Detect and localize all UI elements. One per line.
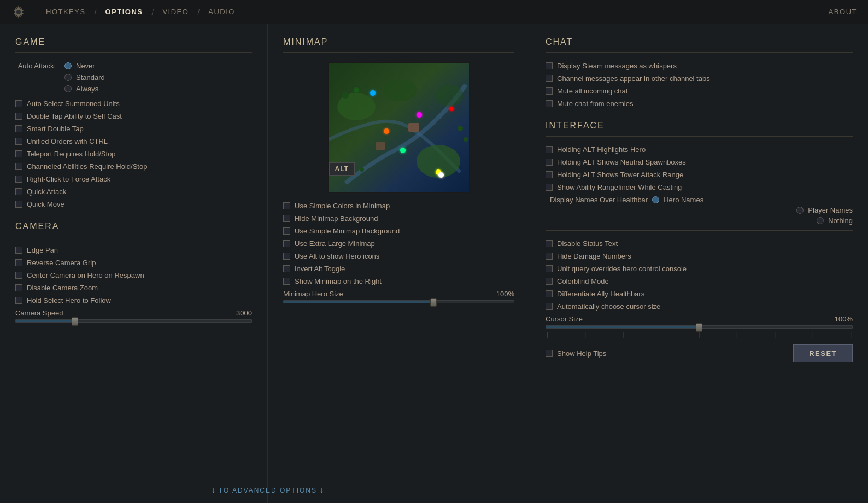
cb-show-help-box[interactable] bbox=[546, 350, 553, 357]
camera-speed-track[interactable] bbox=[15, 319, 252, 323]
cb-invert-alt-box[interactable] bbox=[283, 265, 290, 272]
radio-always[interactable] bbox=[64, 85, 72, 92]
cb-auto-select-box[interactable] bbox=[15, 100, 22, 107]
cb-simple-colors-box[interactable] bbox=[283, 202, 290, 209]
nav-options[interactable]: OPTIONS bbox=[97, 0, 152, 24]
cb-invert-alt[interactable]: Invert Alt Toggle bbox=[283, 265, 514, 273]
rb-player-names-label[interactable]: Player Names bbox=[808, 206, 853, 214]
radio-never[interactable] bbox=[64, 62, 72, 69]
cb-auto-cursor-box[interactable] bbox=[546, 303, 553, 310]
cb-edge-pan-box[interactable] bbox=[15, 247, 22, 254]
cb-channeled[interactable]: Channeled Abilities Require Hold/Stop bbox=[15, 162, 252, 171]
cb-teleport-box[interactable] bbox=[15, 150, 22, 157]
cb-auto-select-label: Auto Select Summoned Units bbox=[27, 100, 120, 108]
cb-alt-hero[interactable]: Holding ALT Highlights Hero bbox=[546, 145, 853, 154]
cb-hide-damage-box[interactable] bbox=[546, 253, 553, 260]
cb-steam-whisper[interactable]: Display Steam messages as whispers bbox=[546, 62, 853, 70]
cb-quick-move-box[interactable] bbox=[15, 201, 22, 208]
cb-diff-ally-box[interactable] bbox=[546, 290, 553, 297]
cb-disable-zoom-box[interactable] bbox=[15, 284, 22, 291]
hero-size-thumb[interactable] bbox=[430, 298, 437, 307]
cb-smart-double[interactable]: Smart Double Tap bbox=[15, 125, 252, 133]
cb-colorblind-box[interactable] bbox=[546, 278, 553, 285]
cb-disable-status-box[interactable] bbox=[546, 240, 553, 247]
cb-quick-attack-box[interactable] bbox=[15, 188, 22, 195]
nav-about[interactable]: ABOUT bbox=[829, 8, 857, 16]
cb-simple-colors[interactable]: Use Simple Colors in Minimap bbox=[283, 202, 514, 210]
cb-rangefinder[interactable]: Show Ability Rangefinder While Casting bbox=[546, 183, 853, 191]
radio-always-label[interactable]: Always bbox=[76, 85, 98, 93]
cb-double-tap-box[interactable] bbox=[15, 113, 22, 120]
cb-unified-box[interactable] bbox=[15, 138, 22, 145]
cb-colorblind[interactable]: Colorblind Mode bbox=[546, 277, 853, 285]
radio-standard[interactable] bbox=[64, 74, 72, 81]
cb-mute-enemies-box[interactable] bbox=[546, 100, 553, 107]
cb-use-alt[interactable]: Use Alt to show Hero icons bbox=[283, 252, 514, 260]
cb-mute-enemies[interactable]: Mute chat from enemies bbox=[546, 100, 853, 108]
cb-mute-all[interactable]: Mute all incoming chat bbox=[546, 87, 853, 95]
cb-auto-cursor-label: Automatically choose cursor size bbox=[557, 302, 660, 311]
cb-show-help[interactable]: Show Help Tips bbox=[546, 349, 606, 358]
cb-hide-bg[interactable]: Hide Minimap Background bbox=[283, 214, 514, 223]
rb-player-names[interactable] bbox=[796, 207, 804, 214]
cb-show-right-box[interactable] bbox=[283, 278, 290, 285]
cb-reverse-cam[interactable]: Reverse Camera Grip bbox=[15, 259, 252, 267]
cb-unit-query-box[interactable] bbox=[546, 265, 553, 272]
radio-standard-label[interactable]: Standard bbox=[76, 73, 105, 81]
cb-diff-ally[interactable]: Differentiate Ally Healthbars bbox=[546, 290, 853, 298]
cb-double-tap[interactable]: Double Tap Ability to Self Cast bbox=[15, 112, 252, 120]
cb-rightclick[interactable]: Right-Click to Force Attack bbox=[15, 175, 252, 183]
cb-unit-query[interactable]: Unit query overrides hero control consol… bbox=[546, 265, 853, 273]
cb-channel-msg-box[interactable] bbox=[546, 75, 553, 82]
cb-center-cam[interactable]: Center Camera on Hero on Respawn bbox=[15, 271, 252, 279]
cb-hide-damage[interactable]: Hide Damage Numbers bbox=[546, 252, 853, 260]
nav-audio[interactable]: AUDIO bbox=[200, 0, 244, 24]
cb-simple-mm-bg-box[interactable] bbox=[283, 227, 290, 235]
cb-alt-tower[interactable]: Holding ALT Shows Tower Attack Range bbox=[546, 171, 853, 179]
reset-button[interactable]: RESET bbox=[793, 344, 853, 362]
advanced-options[interactable]: ⤵ TO ADVANCED OPTIONS ⤵ bbox=[268, 486, 324, 494]
rb-nothing-label[interactable]: Nothing bbox=[828, 217, 853, 225]
cb-center-cam-box[interactable] bbox=[15, 272, 22, 279]
nav-video[interactable]: VIDEO bbox=[154, 0, 197, 24]
cb-show-right[interactable]: Show Minimap on the Right bbox=[283, 277, 514, 285]
cb-auto-cursor[interactable]: Automatically choose cursor size bbox=[546, 302, 853, 311]
cb-disable-zoom[interactable]: Disable Camera Zoom bbox=[15, 284, 252, 292]
cb-extra-large[interactable]: Use Extra Large Minimap bbox=[283, 239, 514, 248]
cb-alt-hero-box[interactable] bbox=[546, 146, 553, 153]
cb-channel-msg[interactable]: Channel messages appear in other channel… bbox=[546, 74, 853, 83]
cb-hold-select[interactable]: Hold Select Hero to Follow bbox=[15, 296, 252, 305]
cb-use-alt-box[interactable] bbox=[283, 253, 290, 260]
camera-speed-thumb[interactable] bbox=[72, 317, 78, 326]
cb-hold-select-box[interactable] bbox=[15, 297, 22, 304]
cb-quick-move[interactable]: Quick Move bbox=[15, 200, 252, 208]
radio-never-label[interactable]: Never bbox=[76, 62, 95, 70]
cb-unified[interactable]: Unified Orders with CTRL bbox=[15, 137, 252, 145]
camera-speed-label: Camera Speed bbox=[15, 309, 63, 317]
hero-size-track[interactable] bbox=[283, 300, 514, 303]
cb-hide-bg-box[interactable] bbox=[283, 215, 290, 222]
cb-steam-whisper-box[interactable] bbox=[546, 62, 553, 69]
cb-extra-large-box[interactable] bbox=[283, 240, 290, 247]
cursor-size-thumb[interactable] bbox=[696, 323, 702, 332]
cb-rightclick-box[interactable] bbox=[15, 176, 22, 183]
cb-disable-status[interactable]: Disable Status Text bbox=[546, 239, 853, 248]
cb-alt-spawn[interactable]: Holding ALT Shows Neutral Spawnboxes bbox=[546, 158, 853, 166]
cb-rangefinder-box[interactable] bbox=[546, 184, 553, 191]
cb-mute-all-box[interactable] bbox=[546, 87, 553, 95]
cb-channeled-box[interactable] bbox=[15, 163, 22, 170]
cb-auto-select[interactable]: Auto Select Summoned Units bbox=[15, 100, 252, 108]
rb-nothing[interactable] bbox=[817, 217, 824, 224]
nav-hotkeys[interactable]: HOTKEYS bbox=[37, 0, 95, 24]
cb-reverse-cam-box[interactable] bbox=[15, 259, 22, 266]
rb-hero-names-label[interactable]: Hero Names bbox=[664, 196, 703, 204]
cb-edge-pan[interactable]: Edge Pan bbox=[15, 246, 252, 254]
rb-hero-names[interactable] bbox=[652, 196, 659, 203]
cb-teleport[interactable]: Teleport Requires Hold/Stop bbox=[15, 150, 252, 158]
cb-alt-tower-box[interactable] bbox=[546, 171, 553, 178]
cb-quick-attack[interactable]: Quick Attack bbox=[15, 188, 252, 196]
cursor-size-track[interactable] bbox=[546, 325, 853, 329]
cb-alt-spawn-box[interactable] bbox=[546, 159, 553, 166]
cb-simple-mm-bg[interactable]: Use Simple Minimap Background bbox=[283, 227, 514, 235]
cb-smart-double-box[interactable] bbox=[15, 125, 22, 132]
